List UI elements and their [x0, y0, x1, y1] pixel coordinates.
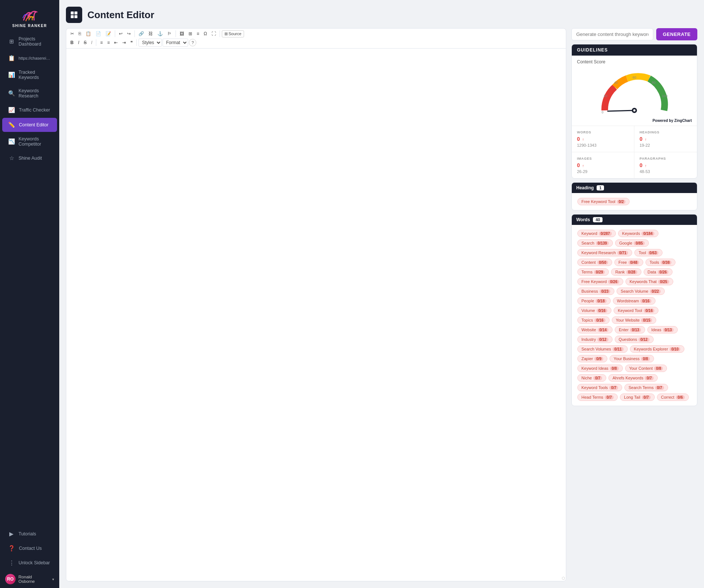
kw-tag-text: Niche: [581, 376, 592, 380]
sidebar-item-tutorials[interactable]: ▶ Tutorials: [2, 527, 57, 541]
sidebar-item-tracked-keywords[interactable]: 📊 Tracked Keywords: [2, 66, 57, 84]
sidebar-item-keywords-competitor[interactable]: 📉 Keywords Competitor: [2, 133, 57, 150]
undo-button[interactable]: ↩: [117, 30, 124, 37]
bold-button[interactable]: B: [69, 39, 76, 46]
link-button[interactable]: 🔗: [137, 30, 146, 37]
help-button[interactable]: ?: [189, 39, 196, 46]
subscript-button[interactable]: I: [89, 39, 94, 46]
svg-rect-0: [71, 11, 74, 14]
cut-button[interactable]: ✂: [69, 30, 76, 37]
kw-tag-text: Ahrefs Keywords: [613, 376, 643, 380]
italic-button[interactable]: I: [76, 39, 81, 46]
kw-tag-count: 0/287: [599, 232, 612, 236]
word-tag: Wordstream0/16: [613, 297, 655, 305]
blockquote-button[interactable]: ❝: [129, 39, 134, 46]
toolbar-separator: [220, 30, 220, 37]
sidebar-item-contact-us[interactable]: ❓ Contact Us: [2, 541, 57, 555]
guidelines-panel: GUIDELINES Content Score: [571, 44, 697, 179]
editor-toolbar: ✂ ⎘ 📋 📄 📝 ↩ ↪ 🔗 ⛓ ⚓ 🏳 🖼 ⊞ ≡: [66, 29, 566, 49]
sidebar-item-keywords-research[interactable]: 🔍 Keywords Research: [2, 84, 57, 102]
table-button[interactable]: ⊞: [187, 30, 194, 37]
kw-tag-text: Enter: [619, 328, 628, 332]
kw-tag-count: 0/16: [644, 309, 654, 313]
gauge-container: 0 20 40 60 80 100: [572, 66, 697, 118]
kw-tag-text: Keyword Tool: [618, 308, 642, 313]
sidebar-item-label: Keywords Competitor: [19, 136, 51, 147]
kw-tag-text: People: [581, 299, 594, 303]
format-select[interactable]: Format: [163, 39, 188, 47]
kw-tag-count: 0/13: [663, 328, 674, 332]
kw-tag-count: 0/25: [658, 280, 669, 284]
unlink-button[interactable]: ⛓: [147, 30, 155, 37]
paste-text-button[interactable]: 📄: [94, 30, 103, 37]
sidebar-item-shine-audit[interactable]: ☆ Shine Audit: [2, 151, 57, 165]
kw-tag-text: Wordstream: [617, 299, 639, 303]
paste-button[interactable]: 📋: [84, 30, 93, 37]
source-button[interactable]: ⊞ Source: [222, 30, 244, 37]
paste-word-button[interactable]: 📝: [104, 30, 113, 37]
maximize-button[interactable]: ⛶: [210, 30, 218, 37]
editor-body[interactable]: ⬡: [66, 49, 566, 581]
kw-tag-count: 0/7: [609, 386, 618, 390]
sidebar-item-content-editor[interactable]: ✏️ Content Editor: [2, 118, 57, 132]
kw-tag-count: 0/16: [640, 299, 651, 303]
word-tag: Search0/139: [577, 239, 613, 247]
word-tag: People0/18: [577, 297, 611, 305]
page-header: Content Editor: [66, 7, 697, 23]
word-tag: Keywords Explorer0/10: [630, 345, 685, 353]
sidebar-item-projects-dashboard[interactable]: ⊞ Projects Dashboard: [2, 33, 57, 50]
kw-tag-text: Search Volume: [621, 289, 648, 293]
anchor-button[interactable]: ⚓: [156, 30, 165, 37]
logo-text: SHINE RANKER: [12, 24, 47, 28]
word-tag: Website0/14: [577, 326, 613, 333]
image-button[interactable]: 🖼: [178, 30, 186, 37]
kw-tag-count: 0/184: [641, 232, 654, 236]
word-tag: Your Website0/15: [612, 316, 656, 324]
outdent-button[interactable]: ⇤: [112, 39, 120, 46]
resize-handle[interactable]: ⬡: [562, 576, 565, 580]
images-arrow-icon: ↑: [582, 164, 584, 168]
unordered-list-button[interactable]: ≡: [105, 39, 111, 46]
kw-tag-count: 0/6: [676, 395, 685, 399]
sidebar-item-traffic-checker[interactable]: 📈 Traffic Checker: [2, 103, 57, 117]
kw-tag-count: 0/16: [594, 318, 605, 322]
page-title: Content Editor: [87, 9, 154, 21]
sidebar-item-unlock-sidebar[interactable]: ⋮ Unlock Sidebar: [2, 556, 57, 570]
flag-button[interactable]: 🏳: [166, 30, 174, 37]
sidebar-item-label: Unlock Sidebar: [19, 560, 50, 565]
kw-tag-text: Search: [581, 241, 594, 245]
kw-tag-text: Data: [648, 270, 656, 274]
special-char-button[interactable]: Ω: [202, 30, 209, 37]
copy-button[interactable]: ⎘: [77, 30, 83, 37]
sidebar-user[interactable]: RO Ronald Osborne ▾: [0, 570, 59, 588]
hline-button[interactable]: ≡: [195, 30, 201, 37]
search-icon: 🔍: [8, 90, 15, 97]
word-tag: Topics0/16: [577, 316, 610, 324]
strikethrough-button[interactable]: S: [82, 39, 89, 46]
edit-icon: ✏️: [8, 122, 15, 128]
svg-text:20: 20: [604, 94, 607, 98]
stat-headings-label: HEADINGS: [640, 130, 692, 134]
sidebar-item-site-url[interactable]: 📋 https://chasereiner.c: [2, 51, 57, 65]
generate-input[interactable]: [571, 28, 653, 40]
ordered-list-button[interactable]: ≡: [98, 39, 104, 46]
editor-textarea[interactable]: [66, 49, 566, 581]
redo-button[interactable]: ↪: [125, 30, 133, 37]
sidebar-item-label: Contact Us: [19, 546, 42, 551]
kw-tag-text: Tools: [650, 260, 659, 265]
words-label: Words: [576, 217, 590, 222]
kw-tag-text: Website: [581, 328, 596, 332]
kw-tag-text: Free Keyword Tool: [581, 199, 615, 204]
kw-tag-text: Keyword: [581, 231, 597, 236]
stat-headings-range: 19-22: [640, 143, 692, 147]
generate-button[interactable]: GENERATE: [656, 28, 697, 40]
stat-images: IMAGES 0 ↑ 26-29: [572, 152, 634, 178]
kw-tag-count: 0/85: [634, 241, 644, 245]
svg-rect-3: [74, 15, 77, 18]
kw-tag-text: Keyword Ideas: [581, 366, 608, 371]
indent-button[interactable]: ⇥: [120, 39, 128, 46]
styles-select[interactable]: Styles: [139, 39, 162, 47]
dots-icon: ⋮: [8, 559, 15, 566]
stat-headings: HEADINGS 0 ↑ 19-22: [634, 126, 697, 152]
kw-tag-text: Your Website: [616, 318, 640, 322]
